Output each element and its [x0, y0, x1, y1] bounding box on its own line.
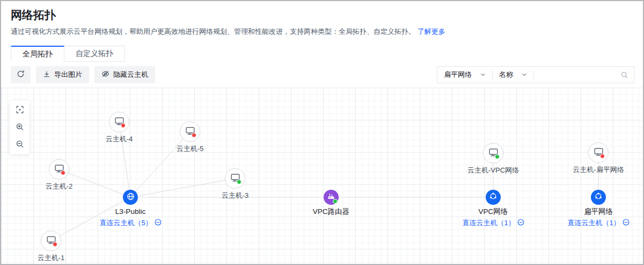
field-filter-value: 名称 — [499, 70, 513, 80]
refresh-icon — [17, 70, 25, 80]
minus-circle-icon — [623, 219, 630, 227]
node-cloud-host-flat-network[interactable]: 云主机-扁平网络 — [561, 142, 636, 174]
network-node-circle — [486, 190, 501, 205]
node-label: 云主机-1 — [13, 254, 89, 262]
direct-hosts-label: 直连云主机（5） — [99, 218, 152, 228]
node-label: 云主机-3 — [197, 191, 273, 200]
node-cloud-host-2[interactable]: 云主机-2 — [21, 159, 97, 191]
topology-tabs: 全局拓扑 自定义拓扑 — [11, 46, 633, 62]
node-label: VPC网络 — [456, 207, 531, 216]
status-dot — [333, 199, 338, 204]
share-ring-icon — [489, 192, 497, 203]
tab-global-topology[interactable]: 全局拓扑 — [11, 46, 64, 62]
host-node-circle — [49, 159, 69, 180]
node-l3-public[interactable]: L3-Public 直连云主机（5） — [93, 190, 168, 228]
page-title: 网络拓扑 — [11, 8, 633, 22]
network-filter-value: 扁平网络 — [444, 70, 472, 80]
node-label: VPC路由器 — [294, 207, 369, 216]
field-filter-select[interactable]: 名称 — [493, 70, 533, 80]
node-label: 云主机-5 — [152, 145, 228, 153]
globe-icon — [126, 192, 135, 203]
node-label: L3-Public — [93, 207, 168, 216]
zoom-in-button[interactable] — [14, 122, 25, 133]
node-cloud-host-5[interactable]: 云主机-5 — [152, 121, 228, 153]
export-image-button[interactable]: 导出图片 — [36, 66, 89, 83]
toolbar: 导出图片 隐藏云主机 扁平网络 名称 — [1, 62, 643, 88]
status-dot — [121, 123, 126, 128]
node-label: 云主机-VPC网络 — [456, 166, 531, 175]
fit-view-icon — [16, 105, 24, 116]
node-vpc-router[interactable]: VPC路由器 — [294, 190, 369, 216]
network-topology-page: 网络拓扑 通过可视化方式展示云平台网络规划，帮助用户更高效地进行网络规划、管理和… — [0, 0, 644, 265]
node-flat-network[interactable]: 扁平网络 直连云主机（1） — [561, 190, 636, 228]
status-dot — [495, 154, 500, 159]
network-node-circle — [591, 190, 606, 205]
host-node-circle — [588, 142, 609, 163]
network-filter-select[interactable]: 扁平网络 — [437, 70, 492, 80]
minus-circle-icon — [155, 219, 162, 227]
status-dot — [237, 180, 241, 184]
search-icon[interactable] — [618, 71, 634, 79]
status-dot — [192, 133, 196, 138]
search-input[interactable] — [534, 67, 618, 82]
node-label: 扁平网络 — [561, 207, 636, 216]
hide-hosts-button[interactable]: 隐藏云主机 — [94, 66, 155, 83]
page-description-text: 通过可视化方式展示云平台网络规划，帮助用户更高效地进行网络规划、管理和性能改进，… — [11, 27, 415, 35]
host-node-circle — [180, 121, 200, 142]
node-cloud-host-vpc-network[interactable]: 云主机-VPC网络 — [456, 143, 531, 175]
share-ring-icon — [594, 192, 603, 203]
eye-off-icon — [101, 70, 109, 80]
collapse-direct-hosts-link[interactable]: 直连云主机（1） — [561, 218, 636, 228]
tab-custom-topology[interactable]: 自定义拓扑 — [64, 46, 125, 62]
node-label: 云主机-2 — [21, 182, 97, 191]
host-node-circle — [109, 112, 129, 132]
host-node-circle — [41, 231, 61, 251]
zoom-out-icon — [16, 140, 24, 150]
node-cloud-host-3[interactable]: 云主机-3 — [197, 168, 273, 200]
direct-hosts-label: 直连云主机（1） — [462, 218, 515, 228]
export-image-label: 导出图片 — [54, 70, 82, 80]
direct-hosts-label: 直连云主机（1） — [567, 218, 620, 228]
node-vpc-network[interactable]: VPC网络 直连云主机（1） — [456, 190, 531, 228]
collapse-direct-hosts-link[interactable]: 直连云主机（1） — [456, 218, 531, 228]
collapse-direct-hosts-link[interactable]: 直连云主机（5） — [93, 218, 168, 228]
status-dot — [53, 242, 57, 247]
zoom-out-button[interactable] — [14, 139, 25, 150]
minus-circle-icon — [517, 219, 524, 227]
refresh-button[interactable] — [11, 66, 31, 83]
node-label: 云主机-扁平网络 — [561, 166, 636, 174]
host-node-circle — [483, 143, 503, 163]
node-cloud-host-1[interactable]: 云主机-1 — [13, 231, 89, 262]
page-description: 通过可视化方式展示云平台网络规划，帮助用户更高效地进行网络规划、管理和性能改进，… — [11, 27, 633, 37]
filter-search-bar: 扁平网络 名称 — [437, 66, 634, 83]
status-dot — [61, 170, 65, 175]
chevron-down-icon — [480, 71, 486, 79]
canvas-zoom-panel — [10, 101, 30, 154]
node-label: 云主机-4 — [82, 135, 157, 144]
l3-node-circle — [123, 190, 138, 205]
fit-view-button[interactable] — [14, 105, 25, 116]
router-node-circle — [324, 190, 339, 205]
host-node-circle — [225, 168, 245, 189]
topology-canvas[interactable]: 云主机-4 云主机-5 云主 — [1, 88, 643, 264]
learn-more-link[interactable]: 了解更多 — [418, 27, 445, 35]
hide-hosts-label: 隐藏云主机 — [113, 70, 148, 80]
status-dot — [600, 154, 605, 159]
node-cloud-host-4[interactable]: 云主机-4 — [82, 112, 157, 144]
zoom-in-icon — [16, 123, 24, 133]
chevron-down-icon — [522, 71, 527, 79]
download-icon — [43, 70, 50, 80]
page-header: 网络拓扑 通过可视化方式展示云平台网络规划，帮助用户更高效地进行网络规划、管理和… — [1, 1, 643, 37]
